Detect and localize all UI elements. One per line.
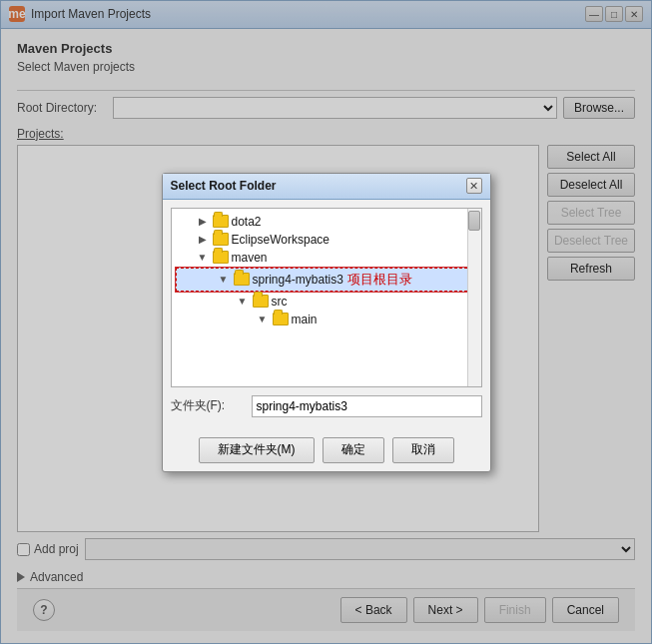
tree-item-maven[interactable]: ▼ maven: [176, 249, 477, 267]
new-folder-button[interactable]: 新建文件夹(M): [199, 437, 315, 463]
tree-item-main[interactable]: ▼ main: [176, 311, 477, 328]
scrollbar-thumb[interactable]: [468, 211, 480, 231]
tree-scrollbar[interactable]: [467, 209, 481, 386]
folder-icon-dota2: [213, 215, 229, 228]
annotation-text: 项目根目录: [347, 271, 412, 289]
tree-item-eclipseworkspace[interactable]: ▶ EclipseWorkspace: [176, 231, 477, 249]
folder-icon-eclipse: [213, 233, 229, 246]
tree-item-src[interactable]: ▼ src: [176, 293, 477, 311]
tree-expand-dota2[interactable]: ▶: [196, 215, 210, 229]
tree-item-dota2[interactable]: ▶ dota2: [176, 213, 477, 231]
folder-icon-maven: [213, 251, 229, 264]
folder-name-src: src: [272, 295, 288, 309]
filename-input[interactable]: [252, 395, 482, 417]
folder-tree[interactable]: ▶ dota2 ▶ EclipseWorkspace: [171, 208, 482, 387]
folder-name-maven: maven: [232, 251, 268, 265]
modal-title-bar: Select Root Folder ✕: [163, 174, 490, 200]
tree-expand-maven[interactable]: ▼: [196, 251, 210, 265]
confirm-button[interactable]: 确定: [323, 437, 384, 463]
modal-body: ▶ dota2 ▶ EclipseWorkspace: [163, 200, 490, 433]
tree-item-spring4-mybatis3[interactable]: ▼ spring4-mybatis3 项目根目录: [176, 268, 477, 292]
folder-name-spring4: spring4-mybatis3: [253, 273, 343, 287]
folder-icon-spring4: [234, 273, 250, 286]
modal-overlay: Select Root Folder ✕ ▶ dota2: [0, 0, 652, 644]
tree-expand-eclipse[interactable]: ▶: [196, 233, 210, 247]
folder-name-dota2: dota2: [232, 215, 262, 229]
folder-name-eclipse: EclipseWorkspace: [232, 233, 329, 247]
tree-expand-src[interactable]: ▼: [236, 295, 250, 309]
modal-title: Select Root Folder: [171, 179, 277, 193]
modal-close-button[interactable]: ✕: [466, 178, 482, 194]
filename-label: 文件夹(F):: [171, 397, 246, 414]
modal-cancel-button[interactable]: 取消: [392, 437, 454, 463]
tree-expand-main[interactable]: ▼: [256, 313, 270, 326]
folder-icon-main: [273, 313, 289, 325]
folder-icon-src: [253, 295, 269, 308]
select-root-folder-dialog: Select Root Folder ✕ ▶ dota2: [162, 173, 491, 472]
filename-row: 文件夹(F):: [171, 395, 482, 417]
folder-name-main: main: [292, 313, 318, 326]
modal-buttons: 新建文件夹(M) 确定 取消: [163, 433, 490, 471]
tree-expand-spring4[interactable]: ▼: [217, 273, 231, 287]
